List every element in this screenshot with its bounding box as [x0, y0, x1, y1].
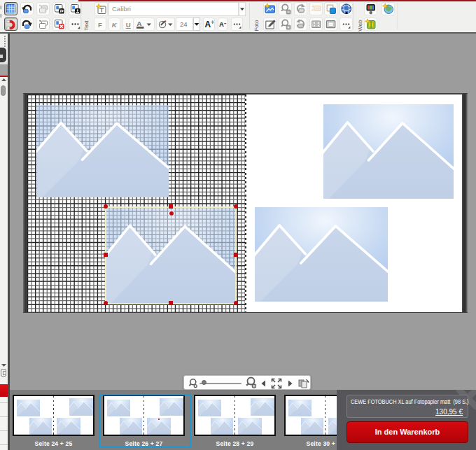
svg-text:A: A: [219, 20, 224, 28]
svg-text:A: A: [137, 20, 142, 27]
svg-text:+: +: [211, 19, 214, 26]
svg-text:-: -: [224, 19, 226, 27]
